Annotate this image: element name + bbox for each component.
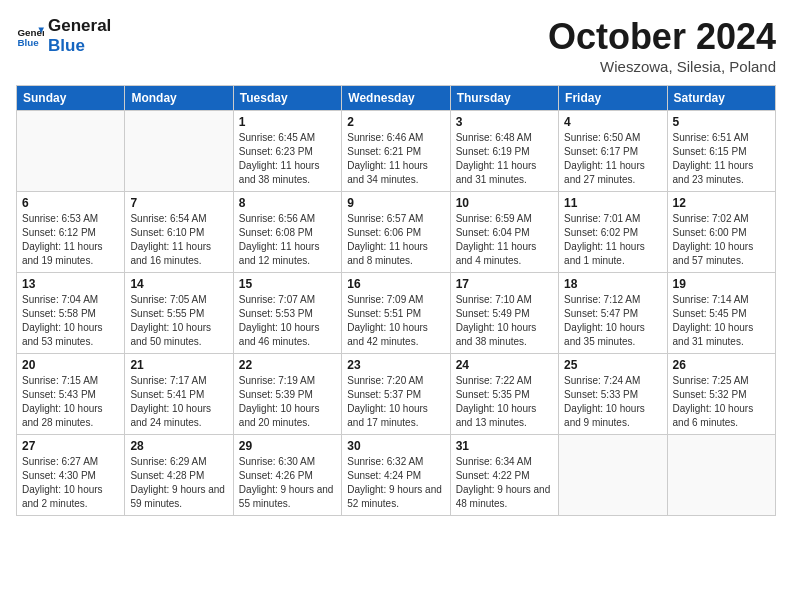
day-number: 20 xyxy=(22,358,119,372)
calendar-cell: 28Sunrise: 6:29 AM Sunset: 4:28 PM Dayli… xyxy=(125,435,233,516)
day-info: Sunrise: 6:27 AM Sunset: 4:30 PM Dayligh… xyxy=(22,455,119,511)
calendar-table: SundayMondayTuesdayWednesdayThursdayFrid… xyxy=(16,85,776,516)
col-header-tuesday: Tuesday xyxy=(233,86,341,111)
day-number: 4 xyxy=(564,115,661,129)
day-info: Sunrise: 6:51 AM Sunset: 6:15 PM Dayligh… xyxy=(673,131,770,187)
day-info: Sunrise: 7:09 AM Sunset: 5:51 PM Dayligh… xyxy=(347,293,444,349)
day-info: Sunrise: 6:56 AM Sunset: 6:08 PM Dayligh… xyxy=(239,212,336,268)
calendar-cell: 29Sunrise: 6:30 AM Sunset: 4:26 PM Dayli… xyxy=(233,435,341,516)
day-number: 3 xyxy=(456,115,553,129)
calendar-cell: 20Sunrise: 7:15 AM Sunset: 5:43 PM Dayli… xyxy=(17,354,125,435)
calendar-cell: 6Sunrise: 6:53 AM Sunset: 6:12 PM Daylig… xyxy=(17,192,125,273)
calendar-cell: 11Sunrise: 7:01 AM Sunset: 6:02 PM Dayli… xyxy=(559,192,667,273)
day-info: Sunrise: 7:22 AM Sunset: 5:35 PM Dayligh… xyxy=(456,374,553,430)
day-info: Sunrise: 7:20 AM Sunset: 5:37 PM Dayligh… xyxy=(347,374,444,430)
calendar-cell xyxy=(125,111,233,192)
day-info: Sunrise: 6:30 AM Sunset: 4:26 PM Dayligh… xyxy=(239,455,336,511)
calendar-cell: 24Sunrise: 7:22 AM Sunset: 5:35 PM Dayli… xyxy=(450,354,558,435)
calendar-cell: 14Sunrise: 7:05 AM Sunset: 5:55 PM Dayli… xyxy=(125,273,233,354)
day-number: 19 xyxy=(673,277,770,291)
day-number: 30 xyxy=(347,439,444,453)
day-info: Sunrise: 6:32 AM Sunset: 4:24 PM Dayligh… xyxy=(347,455,444,511)
calendar-week-1: 1Sunrise: 6:45 AM Sunset: 6:23 PM Daylig… xyxy=(17,111,776,192)
day-info: Sunrise: 6:46 AM Sunset: 6:21 PM Dayligh… xyxy=(347,131,444,187)
day-info: Sunrise: 7:10 AM Sunset: 5:49 PM Dayligh… xyxy=(456,293,553,349)
calendar-cell: 4Sunrise: 6:50 AM Sunset: 6:17 PM Daylig… xyxy=(559,111,667,192)
col-header-saturday: Saturday xyxy=(667,86,775,111)
day-info: Sunrise: 7:07 AM Sunset: 5:53 PM Dayligh… xyxy=(239,293,336,349)
day-number: 6 xyxy=(22,196,119,210)
day-number: 9 xyxy=(347,196,444,210)
col-header-monday: Monday xyxy=(125,86,233,111)
logo-icon: General Blue xyxy=(16,22,44,50)
day-number: 23 xyxy=(347,358,444,372)
calendar-cell: 25Sunrise: 7:24 AM Sunset: 5:33 PM Dayli… xyxy=(559,354,667,435)
calendar-cell: 16Sunrise: 7:09 AM Sunset: 5:51 PM Dayli… xyxy=(342,273,450,354)
calendar-cell: 31Sunrise: 6:34 AM Sunset: 4:22 PM Dayli… xyxy=(450,435,558,516)
day-info: Sunrise: 7:17 AM Sunset: 5:41 PM Dayligh… xyxy=(130,374,227,430)
day-info: Sunrise: 7:05 AM Sunset: 5:55 PM Dayligh… xyxy=(130,293,227,349)
day-info: Sunrise: 7:04 AM Sunset: 5:58 PM Dayligh… xyxy=(22,293,119,349)
col-header-thursday: Thursday xyxy=(450,86,558,111)
calendar-week-3: 13Sunrise: 7:04 AM Sunset: 5:58 PM Dayli… xyxy=(17,273,776,354)
day-info: Sunrise: 7:15 AM Sunset: 5:43 PM Dayligh… xyxy=(22,374,119,430)
day-number: 14 xyxy=(130,277,227,291)
calendar-cell: 12Sunrise: 7:02 AM Sunset: 6:00 PM Dayli… xyxy=(667,192,775,273)
day-number: 10 xyxy=(456,196,553,210)
day-info: Sunrise: 6:50 AM Sunset: 6:17 PM Dayligh… xyxy=(564,131,661,187)
day-number: 26 xyxy=(673,358,770,372)
day-number: 15 xyxy=(239,277,336,291)
calendar-cell: 9Sunrise: 6:57 AM Sunset: 6:06 PM Daylig… xyxy=(342,192,450,273)
calendar-cell: 3Sunrise: 6:48 AM Sunset: 6:19 PM Daylig… xyxy=(450,111,558,192)
day-info: Sunrise: 7:01 AM Sunset: 6:02 PM Dayligh… xyxy=(564,212,661,268)
day-number: 2 xyxy=(347,115,444,129)
day-number: 27 xyxy=(22,439,119,453)
day-info: Sunrise: 6:34 AM Sunset: 4:22 PM Dayligh… xyxy=(456,455,553,511)
calendar-cell: 23Sunrise: 7:20 AM Sunset: 5:37 PM Dayli… xyxy=(342,354,450,435)
logo-general: General xyxy=(48,16,111,36)
day-number: 21 xyxy=(130,358,227,372)
calendar-cell: 17Sunrise: 7:10 AM Sunset: 5:49 PM Dayli… xyxy=(450,273,558,354)
calendar-cell: 18Sunrise: 7:12 AM Sunset: 5:47 PM Dayli… xyxy=(559,273,667,354)
calendar-week-2: 6Sunrise: 6:53 AM Sunset: 6:12 PM Daylig… xyxy=(17,192,776,273)
day-number: 25 xyxy=(564,358,661,372)
calendar-cell: 7Sunrise: 6:54 AM Sunset: 6:10 PM Daylig… xyxy=(125,192,233,273)
calendar-header-row: SundayMondayTuesdayWednesdayThursdayFrid… xyxy=(17,86,776,111)
title-area: October 2024 Wieszowa, Silesia, Poland xyxy=(548,16,776,75)
day-info: Sunrise: 7:19 AM Sunset: 5:39 PM Dayligh… xyxy=(239,374,336,430)
location-title: Wieszowa, Silesia, Poland xyxy=(548,58,776,75)
day-number: 7 xyxy=(130,196,227,210)
day-number: 17 xyxy=(456,277,553,291)
col-header-wednesday: Wednesday xyxy=(342,86,450,111)
calendar-cell: 27Sunrise: 6:27 AM Sunset: 4:30 PM Dayli… xyxy=(17,435,125,516)
day-number: 13 xyxy=(22,277,119,291)
calendar-cell: 5Sunrise: 6:51 AM Sunset: 6:15 PM Daylig… xyxy=(667,111,775,192)
day-info: Sunrise: 6:29 AM Sunset: 4:28 PM Dayligh… xyxy=(130,455,227,511)
day-number: 8 xyxy=(239,196,336,210)
day-number: 16 xyxy=(347,277,444,291)
calendar-cell xyxy=(559,435,667,516)
calendar-cell: 22Sunrise: 7:19 AM Sunset: 5:39 PM Dayli… xyxy=(233,354,341,435)
day-number: 22 xyxy=(239,358,336,372)
calendar-cell: 8Sunrise: 6:56 AM Sunset: 6:08 PM Daylig… xyxy=(233,192,341,273)
calendar-cell xyxy=(667,435,775,516)
day-info: Sunrise: 6:53 AM Sunset: 6:12 PM Dayligh… xyxy=(22,212,119,268)
day-number: 1 xyxy=(239,115,336,129)
day-number: 31 xyxy=(456,439,553,453)
calendar-cell: 30Sunrise: 6:32 AM Sunset: 4:24 PM Dayli… xyxy=(342,435,450,516)
calendar-cell: 21Sunrise: 7:17 AM Sunset: 5:41 PM Dayli… xyxy=(125,354,233,435)
day-info: Sunrise: 6:48 AM Sunset: 6:19 PM Dayligh… xyxy=(456,131,553,187)
day-number: 12 xyxy=(673,196,770,210)
calendar-cell xyxy=(17,111,125,192)
day-info: Sunrise: 6:45 AM Sunset: 6:23 PM Dayligh… xyxy=(239,131,336,187)
day-number: 18 xyxy=(564,277,661,291)
header: General Blue General Blue October 2024 W… xyxy=(16,16,776,75)
calendar-cell: 2Sunrise: 6:46 AM Sunset: 6:21 PM Daylig… xyxy=(342,111,450,192)
calendar-week-5: 27Sunrise: 6:27 AM Sunset: 4:30 PM Dayli… xyxy=(17,435,776,516)
calendar-cell: 13Sunrise: 7:04 AM Sunset: 5:58 PM Dayli… xyxy=(17,273,125,354)
calendar-cell: 1Sunrise: 6:45 AM Sunset: 6:23 PM Daylig… xyxy=(233,111,341,192)
day-info: Sunrise: 7:14 AM Sunset: 5:45 PM Dayligh… xyxy=(673,293,770,349)
day-info: Sunrise: 7:25 AM Sunset: 5:32 PM Dayligh… xyxy=(673,374,770,430)
day-number: 24 xyxy=(456,358,553,372)
day-number: 11 xyxy=(564,196,661,210)
